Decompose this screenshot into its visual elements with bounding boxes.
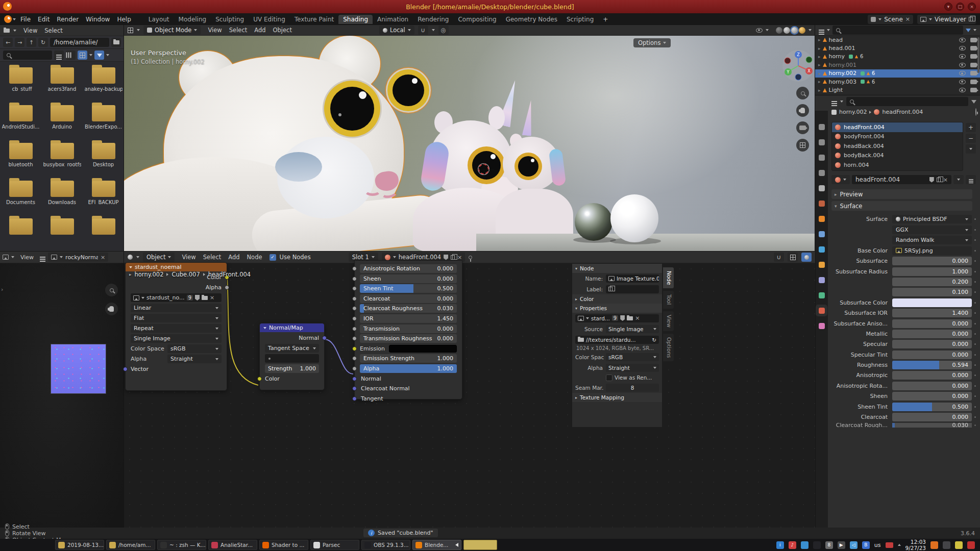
value-slider[interactable]: Transmission 0.000 — [360, 324, 457, 333]
distribution-selector[interactable]: GGX — [892, 226, 972, 234]
blender-logo[interactable] — [4, 15, 12, 23]
viewport-editor-icon[interactable] — [128, 28, 133, 33]
folder-item[interactable]: _cb_stuff — [0, 67, 41, 92]
image-datablock-selector[interactable]: stard... 9 × — [575, 314, 659, 322]
pan-tool-button[interactable] — [105, 303, 118, 315]
workspace-tab[interactable]: Layout — [144, 15, 174, 24]
sidebar-tab[interactable]: Tool — [663, 291, 674, 308]
animate-dot[interactable] — [974, 343, 976, 345]
save-notification[interactable]: i Saved "cube.blend" — [363, 529, 438, 537]
image-editor-icon[interactable] — [3, 255, 9, 260]
property-row[interactable]: Roughness 0.594 — [832, 361, 976, 369]
node-name-field[interactable]: Image Texture.002 — [606, 274, 659, 283]
property-row[interactable]: Subsurface IOR 1.400 — [832, 309, 976, 317]
properties-tab[interactable] — [817, 214, 826, 223]
file-browser-menu[interactable]: View — [20, 26, 41, 35]
property-row[interactable]: 0.200 — [832, 278, 976, 286]
proportional-editing-button[interactable]: ◎ — [438, 26, 449, 35]
property-row[interactable]: Subsurface Radius 1.000 — [832, 267, 976, 276]
viewport-menu[interactable]: Select — [226, 26, 251, 35]
projection-selector[interactable]: Flat — [131, 314, 222, 322]
animate-dot[interactable] — [974, 302, 976, 304]
node-label-field[interactable] — [606, 285, 659, 293]
hamburger-icon[interactable] — [40, 257, 45, 258]
transform-orientation-selector[interactable]: Local — [379, 26, 414, 35]
duplicate-icon[interactable] — [451, 255, 455, 260]
expand-arrow-icon[interactable]: ▸ — [818, 46, 821, 51]
property-row[interactable]: Clearcoat Rough... 0.030 — [832, 423, 976, 428]
outliner-editor-icon[interactable] — [819, 30, 824, 31]
bsdf-input-row[interactable]: Transmission 0.000 Transmission — [360, 324, 457, 333]
animate-dot[interactable] — [974, 385, 976, 387]
alpha-mode-selector[interactable]: Straight — [167, 355, 222, 363]
viewport-camera-button[interactable] — [796, 121, 809, 134]
keyboard-layout-indicator[interactable]: us — [874, 542, 881, 548]
value-slider[interactable]: 0.000 — [892, 350, 972, 359]
input-socket[interactable] — [352, 296, 357, 301]
back-button[interactable]: ← — [3, 38, 13, 47]
options-button[interactable]: Options — [633, 38, 671, 47]
bsdf-input-row[interactable]: Transmission Roughness 0.000 Transmissio… — [360, 334, 457, 343]
texture-mapping-section-header[interactable]: ▸ Texture Mapping — [572, 393, 662, 402]
bsdf-input-row[interactable]: Normal Normal — [360, 374, 457, 383]
input-socket[interactable] — [352, 336, 357, 341]
viewport-pan-button[interactable] — [796, 104, 809, 117]
value-slider[interactable]: 0.000 — [892, 340, 972, 348]
material-slot[interactable]: horn.004 — [832, 160, 963, 170]
unlink-icon[interactable]: × — [635, 315, 640, 321]
tray-icon[interactable] — [801, 541, 808, 549]
expand-arrow-icon[interactable]: ▸ — [818, 88, 821, 93]
unlink-icon[interactable]: × — [210, 294, 214, 301]
value-slider[interactable]: 0.000 — [892, 319, 972, 328]
alpha-mode-selector[interactable]: Straight — [606, 364, 659, 372]
tray-icon[interactable] — [955, 541, 963, 549]
folder-item[interactable]: acers3fand — [41, 67, 83, 92]
material-slot[interactable]: headBack.004 — [832, 141, 963, 151]
taskbar-window-button[interactable]: AnalieStar... — [208, 540, 257, 550]
tray-icon[interactable] — [967, 541, 975, 549]
unlink-icon[interactable]: × — [943, 177, 948, 183]
outliner-scrollbar[interactable] — [977, 37, 979, 73]
value-slider[interactable]: Clearcoat Roughness 0.030 — [360, 304, 457, 313]
material-name-field[interactable]: headFront.004 × — [852, 175, 951, 184]
tray-icon[interactable] — [943, 541, 950, 549]
folder-item[interactable]: Desktop — [83, 143, 124, 167]
input-socket[interactable] — [352, 386, 357, 391]
input-socket[interactable] — [352, 306, 357, 311]
value-slider[interactable]: 0.594 — [892, 361, 972, 369]
animate-dot[interactable] — [974, 239, 976, 241]
folder-item[interactable]: Downloads — [41, 181, 83, 205]
browse-material-button[interactable] — [831, 175, 850, 184]
value-slider[interactable]: 1.400 — [892, 309, 972, 317]
properties-tab[interactable] — [817, 244, 826, 254]
snap-magnet-button[interactable]: ∪ — [418, 26, 428, 35]
animate-dot[interactable] — [974, 406, 976, 408]
wireframe-shading-icon[interactable] — [776, 27, 782, 34]
material-specials-button[interactable] — [953, 175, 964, 184]
value-slider[interactable]: 0.000 — [892, 371, 972, 380]
outliner-item[interactable]: ▸ horny.003 6 — [815, 78, 980, 86]
input-socket[interactable] — [352, 366, 357, 371]
value-slider[interactable]: Sheen Tint 0.500 — [360, 284, 457, 293]
tray-icon[interactable] — [930, 541, 938, 549]
hide-in-viewport-icon[interactable] — [959, 80, 966, 84]
expand-arrow-icon[interactable]: ▸ — [818, 62, 821, 67]
animate-dot[interactable] — [974, 364, 976, 366]
fake-user-icon[interactable] — [444, 255, 448, 260]
up-button[interactable]: ↑ — [27, 38, 36, 47]
property-row[interactable]: Specular 0.000 — [832, 340, 976, 348]
input-socket[interactable] — [352, 377, 357, 381]
expand-arrow-icon[interactable]: ▸ — [818, 71, 821, 76]
expand-arrow-icon[interactable]: ▸ — [818, 37, 821, 42]
filter-icon[interactable] — [971, 100, 976, 104]
tray-icon[interactable]: ◁ — [850, 541, 857, 549]
value-slider[interactable] — [892, 298, 972, 307]
shader-type-selector[interactable]: Object — [143, 253, 175, 262]
add-workspace-button[interactable]: + — [599, 15, 611, 24]
snap-icon-button[interactable]: ∪ — [774, 253, 784, 262]
alpha-output-socket[interactable] — [225, 285, 229, 290]
animate-dot[interactable] — [974, 395, 976, 397]
app-menu-item[interactable]: File — [17, 15, 34, 24]
viewport-canvas[interactable]: User Perspective (1) Collection | horny.… — [124, 36, 815, 252]
normal-map-node[interactable]: Normal/Map Normal Tangent Space Strength… — [259, 323, 325, 390]
